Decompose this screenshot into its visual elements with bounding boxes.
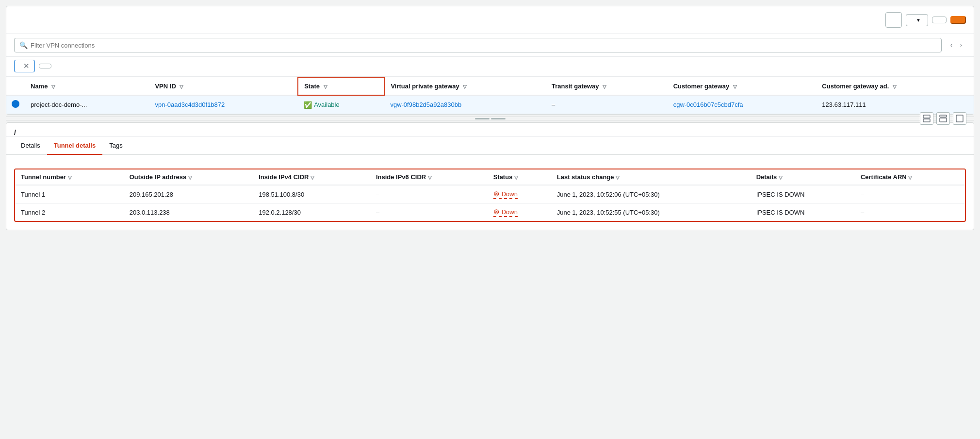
detail-tabs: Details Tunnel details Tags [6, 137, 974, 155]
col-last-status-change[interactable]: Last status change ▽ [551, 169, 751, 185]
status-text: Down [502, 208, 518, 216]
download-config-button[interactable] [932, 17, 947, 23]
tunnel-status-badge: ⊗ Down [493, 189, 518, 199]
tab-tunnel-details[interactable]: Tunnel details [47, 137, 102, 155]
cgw-link[interactable]: cgw-0c016b07c5cbd7cfa [673, 101, 743, 108]
sort-icon-state: ▽ [324, 84, 327, 89]
sort-icon-vpg: ▽ [463, 84, 467, 89]
col-status[interactable]: Status ▽ [488, 169, 551, 185]
tunnel-inside-ipv4: 198.51.100.8/30 [253, 185, 370, 203]
prev-page-button[interactable]: ‹ [949, 40, 953, 51]
radio-selected-icon [12, 101, 19, 107]
sort-icon-last-status-change: ▽ [616, 175, 620, 180]
table-row[interactable]: project-doc-demo-... vpn-0aad3c4d3d0f1b8… [6, 95, 974, 114]
filter-tag-remove-button[interactable]: ✕ [23, 62, 30, 70]
search-icon: 🔍 [19, 41, 28, 49]
sort-icon-inside-ipv6: ▽ [428, 175, 432, 180]
sort-icon-tgw: ▽ [603, 84, 606, 89]
row-cgwaddr: 123.63.117.111 [816, 95, 974, 114]
row-vpnid: vpn-0aad3c4d3d0f1b872 [149, 95, 298, 114]
tunnel-number: Tunnel 1 [15, 185, 124, 203]
col-header-tgw[interactable]: Transit gateway ▽ [546, 77, 668, 95]
available-icon: ✅ [304, 101, 312, 109]
tunnel-outside-ip: 209.165.201.28 [124, 185, 253, 203]
row-vpg: vgw-0f98b2d5a92a830bb [384, 95, 546, 114]
col-header-radio [6, 77, 25, 95]
col-details[interactable]: Details ▽ [751, 169, 855, 185]
actions-chevron-icon: ▼ [916, 17, 921, 23]
row-state: ✅ Available [298, 95, 384, 114]
svg-rect-1 [923, 119, 930, 122]
col-inside-ipv6[interactable]: Inside IPv6 CIDR ▽ [370, 169, 488, 185]
sort-icon-cgw: ▽ [733, 84, 737, 89]
tab-tags[interactable]: Tags [102, 137, 129, 155]
col-tunnel-number[interactable]: Tunnel number ▽ [15, 169, 124, 185]
col-header-vpnid[interactable]: VPN ID ▽ [149, 77, 298, 95]
tunnel-status-badge: ⊗ Down [493, 207, 518, 217]
tunnel-row: Tunnel 1 209.165.201.28 198.51.100.8/30 … [15, 185, 965, 203]
view-toggle-full[interactable] [953, 112, 966, 125]
create-vpn-button[interactable] [950, 16, 966, 24]
tunnel-outside-ip: 203.0.113.238 [124, 203, 253, 221]
clear-filters-button[interactable] [39, 64, 51, 68]
tunnel-last-status-change: June 1, 2023, 10:52:55 (UTC+05:30) [551, 203, 751, 221]
col-inside-ipv4[interactable]: Inside IPv4 CIDR ▽ [253, 169, 370, 185]
down-icon: ⊗ [493, 207, 500, 216]
sort-icon-details: ▽ [779, 175, 783, 180]
view-toggle-bottom[interactable] [936, 112, 950, 125]
filter-tag: ✕ [14, 60, 35, 72]
sort-icon-status: ▽ [514, 175, 518, 180]
sort-icon-outside-ip: ▽ [188, 175, 192, 180]
view-toggle-split[interactable] [920, 112, 933, 125]
tunnel-inside-ipv6: – [370, 185, 488, 203]
sort-icon-inside-ipv4: ▽ [310, 175, 314, 180]
col-header-state[interactable]: State ▽ [298, 77, 384, 95]
state-badge: ✅ Available [304, 101, 378, 109]
col-header-name[interactable]: Name ▽ [25, 77, 149, 95]
state-text: Available [314, 101, 340, 108]
sort-icon-cert-arn: ▽ [908, 175, 912, 180]
col-header-vpg[interactable]: Virtual private gateway ▽ [384, 77, 546, 95]
panel-resizer[interactable] [6, 117, 974, 120]
row-radio[interactable] [6, 95, 25, 114]
svg-rect-3 [940, 118, 947, 122]
actions-button[interactable]: ▼ [906, 14, 928, 26]
tunnel-inside-ipv6: – [370, 203, 488, 221]
tunnel-row: Tunnel 2 203.0.113.238 192.0.2.128/30 – … [15, 203, 965, 221]
tunnel-details: IPSEC IS DOWN [751, 203, 855, 221]
search-input[interactable] [31, 42, 936, 49]
col-cert-arn[interactable]: Certificate ARN ▽ [855, 169, 965, 185]
status-text: Down [502, 190, 518, 198]
next-page-button[interactable]: › [959, 40, 963, 51]
col-outside-ip[interactable]: Outside IP address ▽ [124, 169, 253, 185]
tunnel-status: ⊗ Down [488, 185, 551, 203]
svg-rect-2 [940, 115, 947, 117]
vpnid-link[interactable]: vpn-0aad3c4d3d0f1b872 [155, 101, 225, 108]
vpg-link[interactable]: vgw-0f98b2d5a92a830bb [390, 101, 461, 108]
tunnel-details: IPSEC IS DOWN [751, 185, 855, 203]
tunnel-last-status-change: June 1, 2023, 10:52:06 (UTC+05:30) [551, 185, 751, 203]
tunnel-number: Tunnel 2 [15, 203, 124, 221]
svg-rect-4 [956, 115, 963, 122]
detail-connection-title: / [14, 129, 16, 136]
sort-icon-name: ▽ [51, 84, 55, 89]
svg-rect-0 [923, 115, 930, 118]
tunnel-inside-ipv4: 192.0.2.128/30 [253, 203, 370, 221]
col-header-cgw[interactable]: Customer gateway ▽ [668, 77, 817, 95]
tunnel-cert-arn: – [855, 185, 965, 203]
down-icon: ⊗ [493, 189, 500, 198]
sort-icon-cgwaddr: ▽ [893, 84, 897, 89]
sort-icon-vpnid: ▽ [180, 84, 183, 89]
detail-connection-separator: / [14, 129, 16, 136]
col-header-cgwaddr[interactable]: Customer gateway ad. ▽ [816, 77, 974, 95]
row-tgw: – [546, 95, 668, 114]
tunnel-cert-arn: – [855, 203, 965, 221]
tab-details[interactable]: Details [14, 137, 47, 155]
refresh-button[interactable] [885, 12, 902, 28]
row-cgw: cgw-0c016b07c5cbd7cfa [668, 95, 817, 114]
row-name: project-doc-demo-... [25, 95, 149, 114]
tunnel-status: ⊗ Down [488, 203, 551, 221]
sort-icon-tunnel-number: ▽ [68, 175, 72, 180]
